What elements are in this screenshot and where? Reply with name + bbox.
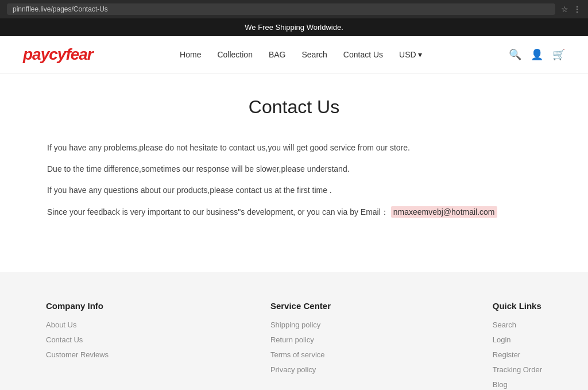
star-icon[interactable]: ☆: [561, 5, 568, 14]
browser-icons: ☆ ⋮: [561, 5, 581, 14]
footer-service-center: Service Center Shipping policy Return po…: [270, 301, 331, 390]
footer-quick-links-list: Search Login Register Tracking Order Blo…: [493, 320, 542, 389]
footer-company-heading: Company Info: [46, 301, 109, 311]
menu-icon[interactable]: ⋮: [573, 5, 581, 14]
logo[interactable]: paycyfear: [23, 45, 93, 64]
footer-link-shipping[interactable]: Shipping policy: [270, 321, 320, 329]
cart-icon[interactable]: 🛒: [552, 48, 565, 61]
footer-link-about-us[interactable]: About Us: [46, 321, 76, 329]
footer-link-blog[interactable]: Blog: [493, 380, 508, 389]
announcement-bar: We Free Shipping Worldwide.: [0, 18, 588, 36]
footer-link-terms[interactable]: Terms of service: [270, 350, 325, 359]
browser-bar: pinnfflee.live/pages/Contact-Us ☆ ⋮: [0, 0, 588, 18]
url-bar[interactable]: pinnfflee.live/pages/Contact-Us: [7, 3, 555, 15]
user-icon[interactable]: 👤: [531, 48, 543, 61]
footer: Company Info About Us Contact Us Custome…: [0, 272, 588, 390]
currency-selector[interactable]: USD ▾: [399, 50, 422, 59]
footer-link-login[interactable]: Login: [493, 335, 511, 344]
chevron-down-icon: ▾: [418, 50, 422, 59]
footer-link-contact-us[interactable]: Contact Us: [46, 335, 83, 344]
footer-quick-links: Quick Links Search Login Register Tracki…: [493, 301, 542, 390]
search-icon[interactable]: 🔍: [509, 48, 521, 61]
contact-email-prefix: Since your feedback is very important to…: [47, 207, 389, 217]
contact-para-2: Due to the time difference,sometimes our…: [47, 162, 541, 176]
footer-link-tracking[interactable]: Tracking Order: [493, 365, 542, 374]
main-nav: Home Collection BAG Search Contact Us US…: [180, 50, 422, 59]
footer-link-privacy[interactable]: Privacy policy: [270, 365, 316, 374]
footer-company-links: About Us Contact Us Customer Reviews: [46, 320, 109, 359]
nav-home[interactable]: Home: [180, 50, 201, 59]
footer-service-heading: Service Center: [270, 301, 331, 311]
announcement-text: We Free Shipping Worldwide.: [245, 23, 343, 32]
footer-link-customer-reviews[interactable]: Customer Reviews: [46, 350, 109, 359]
footer-company-info: Company Info About Us Contact Us Custome…: [46, 301, 109, 390]
footer-quick-heading: Quick Links: [493, 301, 542, 311]
main-content: Contact Us If you have any problems,plea…: [36, 74, 552, 272]
footer-link-register[interactable]: Register: [493, 350, 520, 359]
footer-link-search[interactable]: Search: [493, 321, 516, 329]
header: paycyfear Home Collection BAG Search Con…: [0, 36, 588, 74]
contact-para-3: If you have any questions about our prod…: [47, 183, 541, 198]
header-icons: 🔍 👤 🛒: [509, 48, 565, 61]
footer-service-links: Shipping policy Return policy Terms of s…: [270, 320, 331, 374]
nav-search[interactable]: Search: [302, 50, 327, 59]
footer-columns: Company Info About Us Contact Us Custome…: [46, 301, 542, 390]
footer-link-return[interactable]: Return policy: [270, 335, 314, 344]
currency-label: USD: [399, 50, 416, 59]
nav-bag[interactable]: BAG: [269, 50, 286, 59]
contact-text: If you have any problems,please do not h…: [47, 141, 541, 219]
contact-email[interactable]: nmaxeemvebj@hotmail.com: [391, 206, 497, 218]
nav-collection[interactable]: Collection: [217, 50, 252, 59]
page-title: Contact Us: [47, 96, 541, 118]
nav-contact-us[interactable]: Contact Us: [343, 50, 383, 59]
contact-para-1: If you have any problems,please do not h…: [47, 141, 541, 155]
contact-para-4: Since your feedback is very important to…: [47, 205, 541, 219]
